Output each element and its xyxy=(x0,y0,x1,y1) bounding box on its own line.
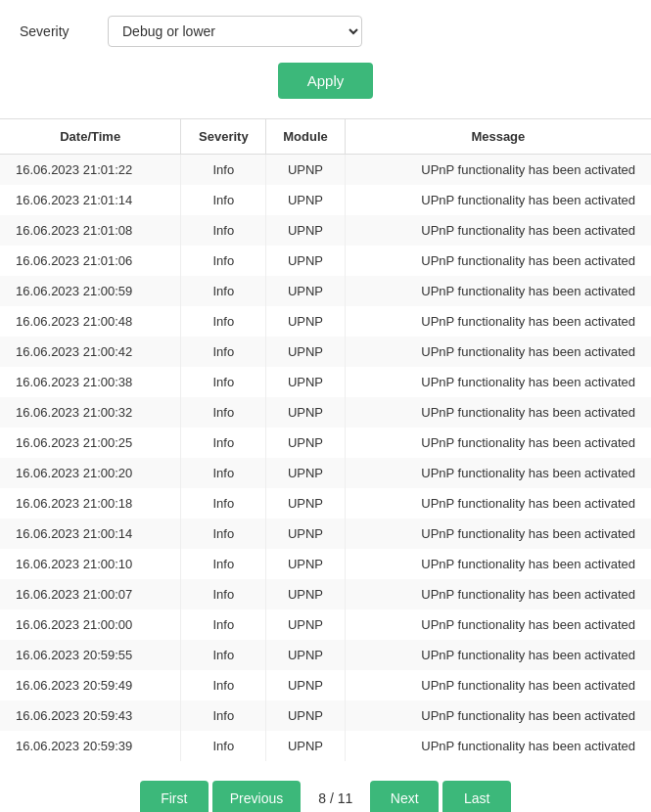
cell-message: UPnP functionality has been activated xyxy=(345,579,651,609)
severity-select[interactable]: Debug or lower Info Warning Error Critic… xyxy=(108,16,362,47)
cell-message: UPnP functionality has been activated xyxy=(345,640,651,670)
table-body: 16.06.2023 21:01:22InfoUPNPUPnP function… xyxy=(0,155,651,762)
cell-message: UPnP functionality has been activated xyxy=(345,215,651,246)
first-button[interactable]: First xyxy=(140,781,209,812)
table-row: 16.06.2023 21:00:18InfoUPNPUPnP function… xyxy=(0,488,651,519)
cell-module: UPNP xyxy=(266,519,345,549)
cell-datetime: 16.06.2023 21:00:00 xyxy=(0,609,181,640)
page-info: 8 / 11 xyxy=(304,781,366,812)
cell-datetime: 16.06.2023 21:00:42 xyxy=(0,337,181,367)
cell-module: UPNP xyxy=(266,428,345,458)
col-datetime: Date/Time xyxy=(0,119,181,155)
table-row: 16.06.2023 21:00:32InfoUPNPUPnP function… xyxy=(0,397,651,428)
cell-datetime: 16.06.2023 21:00:14 xyxy=(0,519,181,549)
col-message: Message xyxy=(345,119,651,155)
log-table: Date/Time Severity Module Message 16.06.… xyxy=(0,118,651,761)
cell-module: UPNP xyxy=(266,731,345,761)
cell-module: UPNP xyxy=(266,246,345,276)
cell-severity: Info xyxy=(181,488,266,519)
cell-datetime: 16.06.2023 21:01:08 xyxy=(0,215,181,246)
cell-severity: Info xyxy=(181,246,266,276)
cell-datetime: 16.06.2023 20:59:55 xyxy=(0,640,181,670)
cell-severity: Info xyxy=(181,670,266,700)
cell-message: UPnP functionality has been activated xyxy=(345,670,651,700)
cell-module: UPNP xyxy=(266,397,345,428)
cell-module: UPNP xyxy=(266,215,345,246)
cell-datetime: 16.06.2023 21:00:10 xyxy=(0,549,181,579)
cell-severity: Info xyxy=(181,276,266,306)
cell-message: UPnP functionality has been activated xyxy=(345,246,651,276)
cell-message: UPnP functionality has been activated xyxy=(345,185,651,215)
cell-datetime: 16.06.2023 21:00:18 xyxy=(0,488,181,519)
col-severity: Severity xyxy=(181,119,266,155)
cell-severity: Info xyxy=(181,700,266,731)
cell-module: UPNP xyxy=(266,609,345,640)
cell-datetime: 16.06.2023 21:00:38 xyxy=(0,367,181,397)
cell-datetime: 16.06.2023 21:00:07 xyxy=(0,579,181,609)
cell-severity: Info xyxy=(181,155,266,186)
cell-message: UPnP functionality has been activated xyxy=(345,428,651,458)
cell-severity: Info xyxy=(181,185,266,215)
cell-module: UPNP xyxy=(266,579,345,609)
cell-message: UPnP functionality has been activated xyxy=(345,519,651,549)
table-row: 16.06.2023 21:00:42InfoUPNPUPnP function… xyxy=(0,337,651,367)
cell-datetime: 16.06.2023 20:59:39 xyxy=(0,731,181,761)
cell-message: UPnP functionality has been activated xyxy=(345,609,651,640)
severity-row: Severity Debug or lower Info Warning Err… xyxy=(20,16,631,47)
table-row: 16.06.2023 21:01:14InfoUPNPUPnP function… xyxy=(0,185,651,215)
cell-datetime: 16.06.2023 20:59:43 xyxy=(0,700,181,731)
table-row: 16.06.2023 21:00:38InfoUPNPUPnP function… xyxy=(0,367,651,397)
cell-message: UPnP functionality has been activated xyxy=(345,700,651,731)
apply-button[interactable]: Apply xyxy=(278,63,374,99)
next-button[interactable]: Next xyxy=(370,781,439,812)
cell-severity: Info xyxy=(181,215,266,246)
cell-module: UPNP xyxy=(266,337,345,367)
cell-severity: Info xyxy=(181,367,266,397)
cell-severity: Info xyxy=(181,458,266,488)
cell-datetime: 16.06.2023 21:00:20 xyxy=(0,458,181,488)
table-row: 16.06.2023 20:59:49InfoUPNPUPnP function… xyxy=(0,670,651,700)
cell-datetime: 16.06.2023 21:01:14 xyxy=(0,185,181,215)
cell-severity: Info xyxy=(181,306,266,337)
table-row: 16.06.2023 20:59:39InfoUPNPUPnP function… xyxy=(0,731,651,761)
cell-message: UPnP functionality has been activated xyxy=(345,458,651,488)
cell-message: UPnP functionality has been activated xyxy=(345,488,651,519)
table-row: 16.06.2023 21:01:08InfoUPNPUPnP function… xyxy=(0,215,651,246)
cell-datetime: 16.06.2023 21:00:32 xyxy=(0,397,181,428)
cell-module: UPNP xyxy=(266,458,345,488)
table-row: 16.06.2023 21:01:06InfoUPNPUPnP function… xyxy=(0,246,651,276)
cell-severity: Info xyxy=(181,519,266,549)
cell-severity: Info xyxy=(181,397,266,428)
table-row: 16.06.2023 21:00:10InfoUPNPUPnP function… xyxy=(0,549,651,579)
cell-severity: Info xyxy=(181,731,266,761)
table-row: 16.06.2023 21:00:14InfoUPNPUPnP function… xyxy=(0,519,651,549)
filter-section: Severity Debug or lower Info Warning Err… xyxy=(0,0,651,118)
table-row: 16.06.2023 21:00:59InfoUPNPUPnP function… xyxy=(0,276,651,306)
cell-datetime: 16.06.2023 21:01:06 xyxy=(0,246,181,276)
cell-severity: Info xyxy=(181,640,266,670)
pagination: First Previous 8 / 11 Next Last xyxy=(0,761,651,812)
table-row: 16.06.2023 21:01:22InfoUPNPUPnP function… xyxy=(0,155,651,186)
cell-severity: Info xyxy=(181,428,266,458)
cell-message: UPnP functionality has been activated xyxy=(345,731,651,761)
cell-message: UPnP functionality has been activated xyxy=(345,367,651,397)
table-header: Date/Time Severity Module Message xyxy=(0,119,651,155)
cell-severity: Info xyxy=(181,549,266,579)
cell-datetime: 16.06.2023 20:59:49 xyxy=(0,670,181,700)
cell-datetime: 16.06.2023 21:00:59 xyxy=(0,276,181,306)
cell-module: UPNP xyxy=(266,367,345,397)
cell-module: UPNP xyxy=(266,549,345,579)
cell-module: UPNP xyxy=(266,276,345,306)
cell-message: UPnP functionality has been activated xyxy=(345,549,651,579)
table-row: 16.06.2023 20:59:55InfoUPNPUPnP function… xyxy=(0,640,651,670)
apply-row: Apply xyxy=(20,63,631,99)
previous-button[interactable]: Previous xyxy=(212,781,301,812)
table-row: 16.06.2023 21:00:25InfoUPNPUPnP function… xyxy=(0,428,651,458)
cell-message: UPnP functionality has been activated xyxy=(345,337,651,367)
severity-label: Severity xyxy=(20,23,88,39)
cell-module: UPNP xyxy=(266,306,345,337)
table-row: 16.06.2023 21:00:20InfoUPNPUPnP function… xyxy=(0,458,651,488)
last-button[interactable]: Last xyxy=(442,781,511,812)
cell-severity: Info xyxy=(181,579,266,609)
cell-datetime: 16.06.2023 21:01:22 xyxy=(0,155,181,186)
